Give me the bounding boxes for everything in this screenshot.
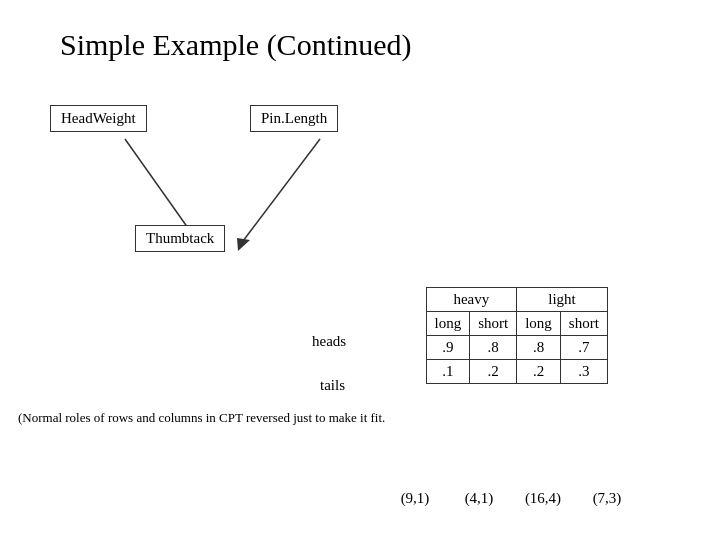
cell-heads-2: .8 xyxy=(470,336,517,360)
diagram-lines xyxy=(30,105,720,385)
counts-row: (9,1) (4,1) (16,4) (7,3) xyxy=(388,490,634,507)
count-4: (7,3) xyxy=(580,490,634,507)
label-heads: heads xyxy=(312,333,346,350)
node-thumbtack: Thumbtack xyxy=(135,225,225,252)
count-3: (16,4) xyxy=(516,490,570,507)
light-header: light xyxy=(517,288,608,312)
node-headweight: HeadWeight xyxy=(50,105,147,132)
count-1: (9,1) xyxy=(388,490,442,507)
cell-heads-3: .8 xyxy=(517,336,561,360)
cell-tails-4: .3 xyxy=(560,360,607,384)
cell-tails-1: .1 xyxy=(426,360,470,384)
page-title: Simple Example (Continued) xyxy=(60,28,412,62)
count-2: (4,1) xyxy=(452,490,506,507)
cell-tails-3: .2 xyxy=(517,360,561,384)
cell-heads-4: .7 xyxy=(560,336,607,360)
svg-line-1 xyxy=(240,139,320,245)
note: (Normal roles of rows and columns in CPT… xyxy=(18,410,385,426)
subheader-short2: short xyxy=(560,312,607,336)
heavy-header: heavy xyxy=(426,288,517,312)
subheader-long1: long xyxy=(426,312,470,336)
subheader-long2: long xyxy=(517,312,561,336)
cell-tails-2: .2 xyxy=(470,360,517,384)
cell-heads-1: .9 xyxy=(426,336,470,360)
label-tails: tails xyxy=(320,377,345,394)
subheader-short1: short xyxy=(470,312,517,336)
cpt-table: heavy light long short long short .9 .8 … xyxy=(390,287,608,384)
node-pinlength: Pin.Length xyxy=(250,105,338,132)
svg-marker-3 xyxy=(237,238,250,251)
